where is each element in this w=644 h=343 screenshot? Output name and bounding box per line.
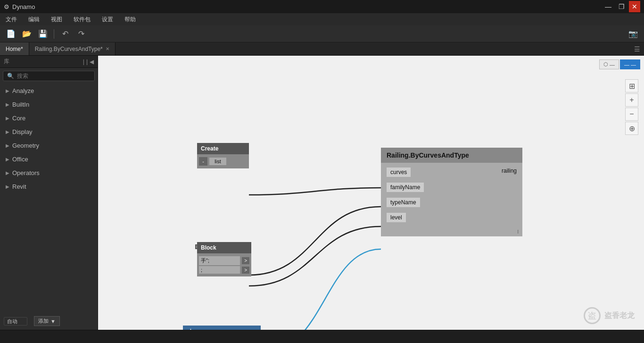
block-text-2: ; <box>199 266 240 274</box>
menu-settings[interactable]: 设置 <box>100 15 115 25</box>
sidebar: 库 | | ◀ 🔍 ▶ Analyze ▶ BuiltIn ▶ Core ▶ D… <box>0 56 98 330</box>
pan-button[interactable]: ⊕ <box>625 122 638 135</box>
tab-railing-label: Railing.ByCurvesAndType* <box>35 46 103 52</box>
node-list-row: - list <box>199 157 247 166</box>
railing-footer: l <box>381 227 522 236</box>
sidebar-icon2[interactable]: | <box>86 59 88 65</box>
analyze-label: Analyze <box>12 87 34 94</box>
view-3d-icon: ⬡ <box>603 61 608 67</box>
zoom-out-icon: − <box>629 110 634 118</box>
minimize-button[interactable]: — <box>603 1 614 12</box>
search-input[interactable] <box>17 73 91 79</box>
new-button[interactable]: 📄 <box>4 27 18 41</box>
tab-home-label: Home* <box>6 46 23 52</box>
sidebar-item-analyze[interactable]: ▶ Analyze <box>0 84 98 98</box>
tab-railing[interactable]: Railing.ByCurvesAndType* ✕ <box>29 42 116 55</box>
sidebar-item-operators[interactable]: ▶ Operators <box>0 166 98 180</box>
node-railing: Railing.ByCurvesAndType curves familyNam… <box>381 148 522 236</box>
block-row-2: ; > <box>199 266 249 274</box>
zoom-out-button[interactable]: − <box>625 108 638 121</box>
node-list-header: Create <box>197 143 249 154</box>
display-label: Display <box>12 128 33 135</box>
core-label: Core <box>12 115 25 122</box>
familyname-label: familyName <box>387 183 424 192</box>
connections-svg <box>98 56 644 330</box>
block-body: 手"; > ; > <box>197 253 251 276</box>
redo-button[interactable]: ↷ <box>74 27 88 41</box>
curves-label: curves <box>387 167 411 177</box>
block-row-1: 手"; > <box>199 256 249 265</box>
add-button[interactable]: 添加 ▼ <box>34 316 60 326</box>
zoom-controls: ⊞ + − ⊕ <box>625 79 638 135</box>
save-button[interactable]: 💾 <box>36 27 50 41</box>
menubar: 文件 编辑 视图 软件包 设置 帮助 <box>0 13 644 25</box>
analyze-arrow: ▶ <box>6 88 9 93</box>
railing-header: Railing.ByCurvesAndType <box>381 148 522 163</box>
canvas[interactable]: Create - list Railing.ByCurvesAndType cu… <box>98 56 644 330</box>
view-3d-dash: — <box>610 62 615 67</box>
railing-inputs: curves familyName typeName level <box>381 163 498 227</box>
block-arrow-2: > <box>242 267 249 274</box>
office-label: Office <box>12 156 28 163</box>
restore-button[interactable]: ❐ <box>616 1 627 12</box>
auto-select[interactable]: 自动 <box>4 317 27 326</box>
view-btn-2d[interactable]: — — <box>620 59 640 69</box>
menu-edit[interactable]: 编辑 <box>26 15 41 25</box>
open-button[interactable]: 📂 <box>20 27 34 41</box>
zoom-fit-button[interactable]: ⊞ <box>625 79 638 92</box>
menu-help[interactable]: 帮助 <box>123 15 138 25</box>
view-btn-3d[interactable]: ⬡ — <box>599 59 619 69</box>
library-label: 库 <box>4 58 9 66</box>
sidebar-item-geometry[interactable]: ▶ Geometry <box>0 139 98 152</box>
sidebar-icon3[interactable]: ◀ <box>90 59 94 65</box>
toolbar-separator <box>54 29 54 39</box>
sidebar-icon1[interactable]: | <box>83 59 84 65</box>
sidebar-header: 库 | | ◀ <box>0 56 98 68</box>
revit-label: Revit <box>12 183 26 190</box>
sidebar-item-office[interactable]: ▶ Office <box>0 152 98 166</box>
tab-home[interactable]: Home* <box>0 42 29 55</box>
tabbar: Home* Railing.ByCurvesAndType* ✕ ☰ <box>0 42 644 56</box>
add-arrow: ▼ <box>50 318 56 324</box>
node-list-title: Create <box>201 145 218 152</box>
tab-railing-close[interactable]: ✕ <box>106 46 109 51</box>
sidebar-item-core[interactable]: ▶ Core <box>0 111 98 125</box>
titlebar-left: ⚙ Dynamo <box>4 3 35 10</box>
node-levels: els ∨ Levels <box>183 326 261 330</box>
display-arrow: ▶ <box>6 129 9 134</box>
sidebar-item-display[interactable]: ▶ Display <box>0 125 98 139</box>
list-minus-button[interactable]: - <box>199 157 207 166</box>
core-arrow: ▶ <box>6 116 9 121</box>
railing-body: curves familyName typeName level railing <box>381 163 522 227</box>
tabbar-end <box>116 42 630 55</box>
operators-arrow: ▶ <box>6 170 9 176</box>
railing-output-label: railing <box>502 167 517 174</box>
watermark-text: 盗香老龙 <box>604 311 635 321</box>
block-text-1: 手"; <box>199 256 240 265</box>
zoom-in-button[interactable]: + <box>625 93 638 107</box>
screenshot-button[interactable]: 📷 <box>626 27 640 41</box>
tabbar-settings[interactable]: ☰ <box>630 42 644 55</box>
main-layout: 库 | | ◀ 🔍 ▶ Analyze ▶ BuiltIn ▶ Core ▶ D… <box>0 56 644 330</box>
menu-packages[interactable]: 软件包 <box>72 15 92 25</box>
pan-icon: ⊕ <box>629 124 635 133</box>
undo-button[interactable]: ↶ <box>58 27 72 41</box>
office-arrow: ▶ <box>6 157 9 162</box>
titlebar: ⚙ Dynamo — ❐ ✕ <box>0 0 644 13</box>
close-button[interactable]: ✕ <box>629 1 640 12</box>
sidebar-item-revit[interactable]: ▶ Revit <box>0 180 98 193</box>
menu-file[interactable]: 文件 <box>4 15 19 25</box>
sidebar-item-builtin[interactable]: ▶ BuiltIn <box>0 98 98 111</box>
level-label: level <box>387 213 406 222</box>
builtin-arrow: ▶ <box>6 102 9 107</box>
titlebar-controls: — ❐ ✕ <box>603 1 640 12</box>
railing-outputs: railing <box>498 163 522 227</box>
builtin-label: BuiltIn <box>12 101 29 108</box>
revit-arrow: ▶ <box>6 184 9 189</box>
geometry-label: Geometry <box>12 142 39 149</box>
geometry-arrow: ▶ <box>6 143 9 148</box>
view-2d-dash: — <box>631 62 636 67</box>
railing-input-level: level <box>381 210 498 225</box>
bottombar <box>0 330 644 343</box>
menu-view[interactable]: 视图 <box>49 15 64 25</box>
